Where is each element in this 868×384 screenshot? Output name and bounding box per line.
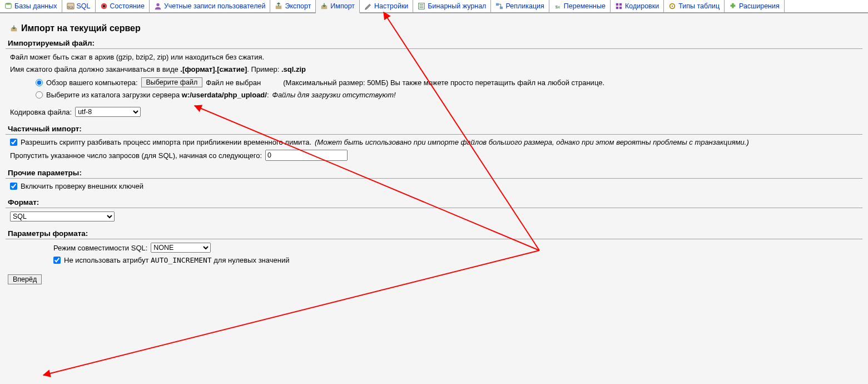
tab-label: Базы данных	[14, 2, 57, 10]
page-title: Импорт на текущий сервер	[10, 23, 868, 33]
tab-plugins[interactable]: Расширения	[725, 0, 785, 12]
fk-row: Включить проверку внешних ключей	[10, 182, 858, 190]
fk-checkbox[interactable]	[10, 183, 17, 190]
section-other: Прочие параметры: Включить проверку внеш…	[6, 169, 862, 190]
browse-label: Обзор вашего компьютера:	[46, 78, 138, 87]
status-icon	[100, 2, 108, 10]
format-select[interactable]: SQL	[10, 211, 115, 221]
server-dir-path: w:/userdata/php_upload/	[182, 91, 267, 99]
section-format: Формат: SQL	[6, 198, 862, 221]
tab-label: Настройки	[374, 2, 408, 10]
tab-label: Расширения	[739, 2, 780, 10]
server-dir-empty: Файлы для загрузки отсутствуют!	[272, 91, 396, 99]
submit-button[interactable]: Вперёд	[8, 274, 42, 284]
section-head: Прочие параметры:	[6, 169, 862, 179]
allow-interrupt-hint: (Может быть использовано при импорте фай…	[315, 138, 749, 146]
server-dir-label: Выберите из каталога загрузки сервера	[46, 91, 182, 99]
svg-rect-14	[616, 7, 618, 9]
tab-users[interactable]: Учетные записи пользователей	[150, 0, 271, 12]
tab-label: Репликация	[505, 2, 544, 10]
tab-binlog[interactable]: Бинарный журнал	[413, 0, 491, 12]
replication-icon	[495, 2, 503, 10]
noautoinc-code: AUTO_INCREMENT	[151, 256, 212, 264]
compat-select[interactable]: NONE	[151, 243, 211, 253]
section-head: Формат:	[6, 198, 862, 208]
charset-label: Кодировка файла:	[10, 108, 72, 116]
no-file-text: Файл не выбран	[206, 78, 261, 87]
import-icon	[320, 2, 328, 10]
tab-export[interactable]: Экспорт	[270, 0, 316, 12]
tab-replication[interactable]: Репликация	[491, 0, 549, 12]
tab-label: Состояние	[110, 2, 145, 10]
tab-label: Учетные записи пользователей	[164, 2, 266, 10]
file-name-note: Имя сжатого файла должно заканчиваться в…	[10, 65, 858, 75]
tab-variables[interactable]: $x Переменные	[549, 0, 611, 12]
upload-row: Обзор вашего компьютера: Выберите файл Ф…	[36, 77, 858, 87]
allow-interrupt-checkbox[interactable]	[10, 139, 17, 146]
users-icon	[154, 2, 162, 10]
svg-point-0	[6, 3, 12, 5]
svg-point-4	[103, 5, 105, 7]
tab-charsets[interactable]: Кодировки	[611, 0, 664, 12]
noautoinc-checkbox[interactable]	[53, 257, 61, 264]
tab-label: Типы таблиц	[678, 2, 720, 10]
noautoinc-label-b: для нулевых значений	[212, 256, 290, 264]
noautoinc-row: Не использовать атрибут AUTO_INCREMENT д…	[53, 256, 858, 264]
radio-server-dir[interactable]	[36, 91, 43, 99]
tab-databases[interactable]: Базы данных	[0, 0, 62, 12]
variables-icon: $x	[554, 2, 562, 10]
tab-import[interactable]: Импорт	[316, 0, 360, 13]
charset-row: Кодировка файла: utf-8	[10, 107, 858, 117]
allow-interrupt-row: Разрешить скрипту разбивать процесс импо…	[10, 138, 858, 146]
allow-interrupt-label: Разрешить скрипту разбивать процесс импо…	[21, 138, 311, 146]
max-size-note: (Максимальный размер: 50МБ) Вы также мож…	[283, 78, 604, 87]
svg-rect-13	[619, 3, 622, 6]
radio-upload[interactable]	[36, 79, 43, 86]
svg-rect-9	[496, 3, 499, 6]
settings-icon	[364, 2, 372, 10]
section-head: Импортируемый файл:	[6, 39, 862, 49]
svg-text:SQL: SQL	[67, 5, 74, 9]
tab-engines[interactable]: Типы таблиц	[664, 0, 725, 12]
skip-row: Пропустить указанное число запросов (для…	[10, 150, 858, 161]
tab-label: Кодировки	[625, 2, 659, 10]
skip-label: Пропустить указанное число запросов (для…	[10, 151, 262, 160]
tab-label: Экспорт	[285, 2, 311, 10]
section-head: Частичный импорт:	[6, 125, 862, 135]
tab-label: Бинарный журнал	[428, 2, 486, 10]
section-partial: Частичный импорт: Разрешить скрипту разб…	[6, 125, 862, 161]
skip-input[interactable]	[265, 150, 348, 161]
compat-row: Режим совместимости SQL: NONE	[53, 243, 858, 253]
compat-label: Режим совместимости SQL:	[53, 244, 147, 252]
tab-sql[interactable]: SQL SQL	[62, 0, 96, 12]
sql-icon: SQL	[67, 2, 75, 10]
fk-label: Включить проверку внешних ключей	[21, 182, 143, 190]
charset-select[interactable]: utf-8	[75, 107, 141, 117]
charsets-icon	[615, 2, 623, 10]
server-dir-row: Выберите из каталога загрузки сервера w:…	[36, 91, 858, 99]
plugins-icon	[729, 2, 737, 10]
noautoinc-label-a: Не использовать атрибут	[64, 256, 151, 264]
tab-settings[interactable]: Настройки	[360, 0, 413, 12]
svg-point-17	[672, 6, 673, 7]
svg-rect-6	[276, 6, 282, 9]
format-row: SQL	[10, 211, 858, 221]
tab-label: Переменные	[564, 2, 606, 10]
binlog-icon	[418, 2, 425, 10]
section-file: Импортируемый файл: Файл может быть сжат…	[6, 39, 862, 117]
file-compress-note: Файл может быть сжат в архив (gzip, bzip…	[10, 52, 858, 62]
tab-label: Импорт	[330, 2, 355, 10]
choose-file-button[interactable]: Выберите файл	[141, 77, 203, 87]
svg-rect-12	[616, 3, 618, 6]
section-head: Параметры формата:	[6, 229, 862, 239]
svg-text:$x: $x	[555, 4, 560, 9]
tab-label: SQL	[77, 2, 91, 10]
export-icon	[275, 2, 282, 10]
top-tabbar: Базы данных SQL SQL Состояние Учетные за…	[0, 0, 868, 13]
svg-point-5	[156, 3, 159, 6]
section-format-opts: Параметры формата: Режим совместимости S…	[6, 229, 862, 264]
svg-rect-10	[500, 7, 503, 9]
database-icon	[4, 2, 12, 10]
tab-status[interactable]: Состояние	[96, 0, 150, 12]
import-icon	[10, 24, 18, 32]
